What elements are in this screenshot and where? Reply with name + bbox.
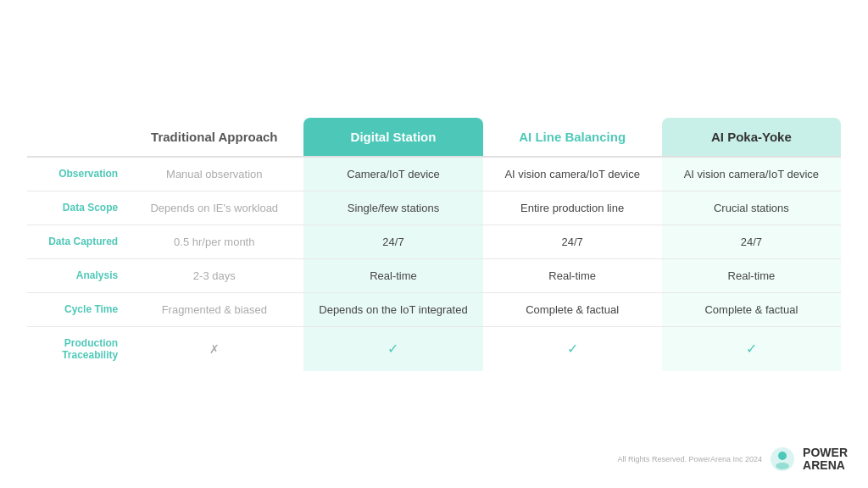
row-label: Analysis — [27, 259, 125, 293]
row-ai-line-value: AI vision camera/IoT device — [483, 158, 662, 191]
row-digital-value: ✓ — [303, 327, 482, 371]
logo-line1: POWER — [803, 446, 848, 459]
row-label: Observation — [27, 158, 125, 191]
svg-point-1 — [778, 452, 787, 460]
header-ai-line-text: AI Line Balancing — [519, 130, 626, 144]
row-ai-poka-value: 24/7 — [662, 225, 841, 259]
row-digital-value: Real-time — [303, 259, 482, 293]
row-traditional-value: 2-3 days — [125, 259, 303, 293]
comparison-table: Traditional Approach Digital Station AI … — [27, 118, 841, 371]
row-ai-line-value: Entire production line — [483, 191, 662, 225]
table-row: Data ScopeDepends on IE's workloadSingle… — [27, 191, 841, 225]
svg-point-2 — [776, 463, 789, 469]
table-body: ObservationManual observationCamera/IoT … — [27, 158, 841, 371]
table-header-row: Traditional Approach Digital Station AI … — [27, 118, 841, 158]
row-ai-poka-value: Real-time — [662, 259, 841, 293]
row-ai-line-value: 24/7 — [483, 225, 662, 259]
row-ai-poka-value: AI vision camera/IoT device — [662, 158, 841, 191]
header-ai-poka: AI Poka-Yoke — [662, 118, 841, 158]
table-row: Production Traceability✗✓✓✓ — [27, 327, 841, 371]
table-row: Data Captured0.5 hr/per month24/724/724/… — [27, 225, 841, 259]
table-row: Cycle TimeFragmented & biasedDepends on … — [27, 293, 841, 327]
row-traditional-value: 0.5 hr/per month — [125, 225, 303, 259]
header-traditional-text: Traditional Approach — [151, 130, 277, 144]
row-digital-value: Camera/IoT device — [303, 158, 482, 191]
row-ai-poka-value: ✓ — [662, 327, 841, 371]
row-ai-line-value: Complete & factual — [483, 293, 662, 327]
row-label: Data Scope — [27, 191, 125, 225]
row-ai-poka-value: Complete & factual — [662, 293, 841, 327]
row-traditional-value: Depends on IE's workload — [125, 191, 303, 225]
row-digital-value: 24/7 — [303, 225, 482, 259]
row-digital-value: Depends on the IoT integrated — [303, 293, 482, 327]
header-ai-line: AI Line Balancing — [483, 118, 662, 158]
row-label: Cycle Time — [27, 293, 125, 327]
power-arena-logo-icon — [769, 446, 796, 473]
row-label: Data Captured — [27, 225, 125, 259]
logo-line2: ARENA — [803, 459, 848, 472]
row-ai-line-value: ✓ — [483, 327, 662, 371]
footer-copyright: All Rights Reserved. PowerArena Inc 2024 — [618, 455, 763, 463]
power-arena-logo-text: POWER ARENA — [803, 446, 848, 473]
row-traditional-value: Manual observation — [125, 158, 303, 191]
row-label: Production Traceability — [27, 327, 125, 371]
row-traditional-value: Fragmented & biased — [125, 293, 303, 327]
table-row: Analysis2-3 daysReal-timeReal-timeReal-t… — [27, 259, 841, 293]
comparison-table-wrapper: Traditional Approach Digital Station AI … — [27, 118, 841, 371]
row-ai-poka-value: Crucial stations — [662, 191, 841, 225]
header-ai-poka-text: AI Poka-Yoke — [711, 130, 792, 144]
row-traditional-value: ✗ — [125, 327, 303, 371]
header-digital-text: Digital Station — [351, 130, 437, 144]
row-ai-line-value: Real-time — [483, 259, 662, 293]
row-digital-value: Single/few stations — [303, 191, 482, 225]
table-row: ObservationManual observationCamera/IoT … — [27, 158, 841, 191]
header-label-col — [27, 118, 125, 158]
footer: All Rights Reserved. PowerArena Inc 2024… — [618, 446, 848, 473]
copyright-text: All Rights Reserved. PowerArena Inc 2024 — [618, 455, 763, 463]
header-digital: Digital Station — [303, 118, 482, 158]
header-traditional: Traditional Approach — [125, 118, 303, 158]
